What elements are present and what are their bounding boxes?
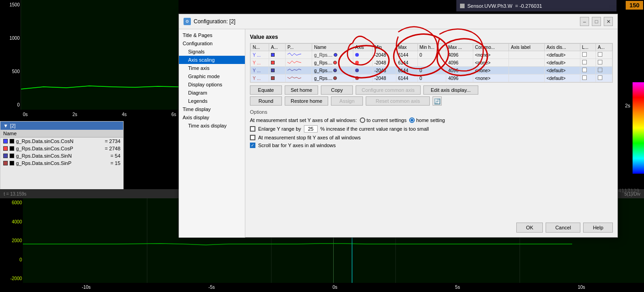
th-commo: Commo... (473, 44, 509, 51)
edit-axis-display-button[interactable]: Edit axis display... (423, 85, 478, 95)
checkbox-l-2[interactable] (582, 68, 587, 72)
checkbox-l-3[interactable] (582, 75, 587, 80)
checkbox-ax-2[interactable] (598, 68, 602, 72)
cell-n-2: Y ... (251, 67, 269, 74)
cell-min-2: -2048 (372, 67, 396, 74)
sensor-bar: Sensor.UVW.Ph3.W = -0.276031 (456, 0, 617, 11)
value-axes-title: Value axes (250, 34, 613, 40)
nav-diagram[interactable]: Diagram (179, 89, 245, 97)
reset-common-axis-button[interactable]: Reset common axis (366, 96, 430, 106)
dialog-minimize-button[interactable]: – (580, 17, 589, 26)
configure-common-axis-button[interactable]: Configure common axis (356, 85, 421, 95)
cell-max-3: 6144 (396, 74, 417, 82)
row0-color-a (271, 53, 275, 57)
nav-axis-scaling[interactable]: Axis scaling (179, 56, 245, 64)
table-row-0[interactable]: Y ... g_Rps.... (251, 51, 612, 59)
cell-min-0: -2048 (372, 51, 396, 59)
cell-commo-0: <none> (473, 51, 509, 59)
nav-time-display[interactable]: Time display (179, 105, 245, 113)
grid-line-1 (21, 0, 21, 110)
cell-p-2 (285, 67, 312, 74)
cell-a-0 (269, 51, 285, 59)
copy-button[interactable]: Copy (321, 85, 353, 95)
checkbox-ax-0[interactable] (598, 52, 602, 57)
checkbox-ax-3[interactable] (598, 75, 602, 80)
cell-axisdis-2: <default> (544, 67, 580, 74)
assign-button[interactable]: Assign (331, 96, 363, 106)
enlarge-checkbox[interactable] (250, 126, 255, 132)
color-legend-bar (633, 82, 644, 174)
signal-sq-1 (10, 146, 14, 151)
nav-axis-display[interactable]: Axis display (179, 113, 245, 122)
restore-home-button[interactable]: Restore home (285, 96, 328, 106)
nav-title-pages[interactable]: Title & Pages (179, 31, 245, 39)
th-p: P... (285, 44, 312, 51)
row0-axis-dot (334, 53, 337, 57)
signal-name-3: g_Rps.Data.sinCos.SinP (16, 160, 71, 166)
bottom-x-n5: -5s (208, 285, 215, 290)
panel-icon: ▼ (3, 123, 8, 128)
measurement-start-label: At measurement start set Y axes of all w… (250, 117, 357, 123)
signal-color-2 (3, 154, 8, 158)
cell-n-1: Y ... (251, 59, 269, 67)
cell-ax-0 (595, 51, 612, 59)
to-current-radio[interactable] (360, 117, 365, 123)
scroll-bar-checkbox[interactable]: ✓ (250, 143, 255, 148)
enlarge-input[interactable] (304, 125, 318, 133)
th-maxx: Max ... (446, 44, 473, 51)
cell-ax-3 (595, 74, 612, 82)
nav-time-axis[interactable]: Time axis (179, 64, 245, 72)
cell-axislabel-1 (509, 59, 545, 67)
help-button[interactable]: Help (583, 223, 613, 233)
equate-button[interactable]: Equate (250, 85, 282, 95)
table-row-1[interactable]: Y ... g_Rps.... -2048 6144 4096 <none> <… (251, 59, 612, 67)
cell-l-3 (580, 74, 595, 82)
nav-time-axis-display[interactable]: Time axis display (179, 122, 245, 130)
cancel-button[interactable]: Cancel (546, 223, 580, 233)
checkbox-l-0[interactable] (582, 52, 587, 57)
home-setting-radio[interactable] (409, 117, 415, 123)
table-header-row: N... A... P... Name Axis Min Max Min h..… (251, 44, 612, 51)
cell-l-0 (580, 51, 595, 59)
stop-fit-checkbox[interactable] (250, 135, 255, 140)
table-row-3[interactable]: Y ... g_Rps.... -2048 6144 0 4096 <none>… (251, 74, 612, 82)
reset-icon[interactable]: 🔄 (433, 96, 442, 106)
nav-configuration[interactable]: Configuration (179, 39, 245, 48)
axes-table: N... A... P... Name Axis Min Max Min h..… (250, 43, 612, 82)
current-settings-radio-group: to current settings (360, 117, 406, 123)
signal-sq-2 (10, 154, 14, 158)
nav-graphic-mode[interactable]: Graphic mode (179, 72, 245, 80)
cell-ax-1 (595, 59, 612, 67)
cell-a-1 (269, 59, 285, 67)
signal-row-0: g_Rps.Data.sinCos.CosN = 2734 (0, 138, 123, 145)
set-home-button[interactable]: Set home (285, 85, 318, 95)
checkbox-l-1[interactable] (582, 60, 587, 64)
axes-table-container[interactable]: N... A... P... Name Axis Min Max Min h..… (250, 43, 613, 83)
row0-axis-circle (355, 53, 359, 57)
dialog-close-button[interactable]: ✕ (604, 17, 613, 26)
bottom-y-6000: 6000 (1, 200, 22, 205)
signal-sq-0 (10, 139, 14, 143)
round-button[interactable]: Round (250, 96, 282, 106)
table-row-2[interactable]: Y ... g_Rps.... -2048 6144 0 4096 <none>… (251, 67, 612, 74)
signal-row-3: g_Rps.Data.sinCos.SinP = 15 (0, 159, 123, 167)
signal-row-1: g_Rps.Data.sinCos.CosP = 2748 (0, 145, 123, 152)
nav-display-options[interactable]: Display options (179, 80, 245, 89)
checkbox-ax-1[interactable] (598, 60, 602, 64)
options-section: Options At measurement start set Y axes … (250, 109, 613, 148)
signal-name-0: g_Rps.Data.sinCos.CosN (16, 138, 73, 144)
bottom-y-n2000: -2000 (1, 276, 22, 281)
th-a: A... (269, 44, 285, 51)
nav-signals[interactable]: Signals (179, 48, 245, 56)
dialog-maximize-button[interactable]: □ (592, 17, 601, 26)
x-label-6s: 6s (171, 112, 176, 117)
th-min: Min (372, 44, 396, 51)
cell-p-3 (285, 74, 312, 82)
signal-val-1: = 2748 (75, 146, 120, 151)
y-label-500: 500 (1, 69, 20, 74)
ok-button[interactable]: OK (516, 223, 543, 233)
nav-legends[interactable]: Legends (179, 97, 245, 105)
options-title: Options (250, 109, 613, 115)
enlarge-row: Enlarge Y range by % increase if the cur… (250, 125, 613, 133)
cell-commo-3: <none> (473, 74, 509, 82)
